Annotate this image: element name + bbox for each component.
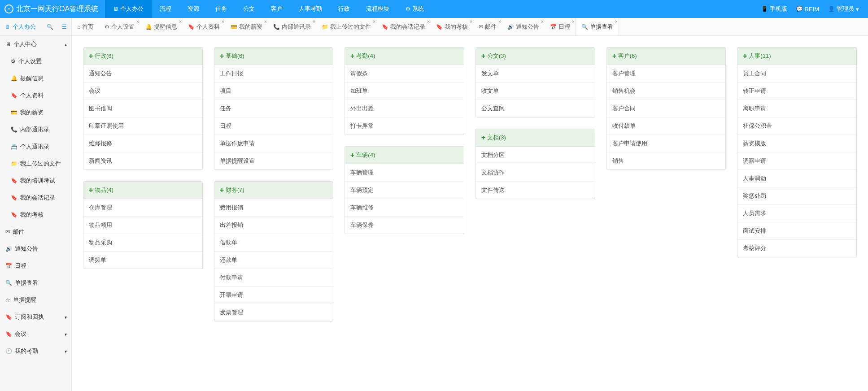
tab-close-button[interactable]: × xyxy=(222,19,224,24)
card-item[interactable]: 付款申请 xyxy=(214,269,333,287)
nav-item-4[interactable]: 公文 xyxy=(235,0,263,18)
tab-12[interactable]: 🔍单据查看× xyxy=(576,18,619,36)
card-item[interactable]: 客户管理 xyxy=(607,65,726,83)
card-item[interactable]: 单据提醒设置 xyxy=(214,152,333,169)
tab-11[interactable]: 📅日程× xyxy=(545,18,576,36)
card-item[interactable]: 客户申请使用 xyxy=(607,135,726,152)
card-header[interactable]: ✚文档(3) xyxy=(476,129,595,147)
card-item[interactable]: 车辆保养 xyxy=(345,217,464,234)
nav-item-9[interactable]: ⚙系统 xyxy=(397,0,432,18)
card-item[interactable]: 客户合同 xyxy=(607,100,726,117)
card-item[interactable]: 转正申请 xyxy=(737,83,856,100)
header-right-1[interactable]: 💬REIM xyxy=(796,6,820,13)
sidebar-group-1[interactable]: ✉邮件 xyxy=(0,223,71,240)
tab-close-button[interactable]: × xyxy=(373,19,375,24)
sidebar-group-6[interactable]: 🔖订阅和回执▾ xyxy=(0,308,71,326)
sidebar-item-0-8[interactable]: 🔖我的会话记录 xyxy=(0,189,71,206)
card-item[interactable]: 发文单 xyxy=(476,65,595,83)
card-item[interactable]: 收付款单 xyxy=(607,117,726,135)
sidebar-group-5[interactable]: ☆单据提醒 xyxy=(0,291,71,308)
tab-close-button[interactable]: × xyxy=(179,19,182,24)
card-header[interactable]: ✚车辆(4) xyxy=(345,147,464,164)
tab-3[interactable]: 🔖个人资料× xyxy=(183,18,225,36)
tab-close-button[interactable]: × xyxy=(572,19,575,24)
sidebar-item-0-3[interactable]: 💳我的薪资 xyxy=(0,104,71,121)
card-header[interactable]: ✚人事(11) xyxy=(737,48,856,65)
card-item[interactable]: 车辆预定 xyxy=(345,182,464,199)
tab-close-button[interactable]: × xyxy=(136,19,139,24)
nav-item-8[interactable]: 流程模块 xyxy=(358,0,397,18)
card-item[interactable]: 物品采购 xyxy=(83,234,202,252)
tab-8[interactable]: 🔖我的考核× xyxy=(431,18,473,36)
tab-close-button[interactable]: × xyxy=(313,19,315,24)
header-right-0[interactable]: 📱手机版 xyxy=(761,5,787,13)
card-item[interactable]: 费用报销 xyxy=(214,199,333,217)
sidebar-item-0-1[interactable]: 🔔提醒信息 xyxy=(0,70,71,87)
card-item[interactable]: 打卡异常 xyxy=(345,117,464,135)
card-item[interactable]: 薪资模版 xyxy=(737,135,856,152)
nav-item-6[interactable]: 人事考勤 xyxy=(291,0,330,18)
card-item[interactable]: 出差报销 xyxy=(214,217,333,234)
sidebar-group-4[interactable]: 🔍单据查看 xyxy=(0,274,71,291)
sidebar-group-7[interactable]: 🔖会议▾ xyxy=(0,326,71,343)
card-header[interactable]: ✚公文(3) xyxy=(476,48,595,65)
tab-6[interactable]: 📁我上传过的文件× xyxy=(316,18,376,36)
sidebar-item-0-6[interactable]: 📁我上传过的文件 xyxy=(0,155,71,172)
sidebar-group-0[interactable]: 🖥个人中心▴ xyxy=(0,36,71,53)
card-item[interactable]: 考核评分 xyxy=(737,240,856,257)
tab-close-button[interactable]: × xyxy=(541,19,544,24)
card-item[interactable]: 离职申请 xyxy=(737,100,856,117)
header-right-2[interactable]: 👤管理员▾ xyxy=(828,5,859,13)
card-item[interactable]: 销售机会 xyxy=(607,83,726,100)
sidebar-search-button[interactable]: 🔍 xyxy=(43,18,57,36)
nav-item-2[interactable]: 资源 xyxy=(179,0,207,18)
card-item[interactable]: 文档协作 xyxy=(476,164,595,182)
sidebar-group-8[interactable]: 🕐我的考勤▾ xyxy=(0,343,71,360)
card-item[interactable]: 人员需求 xyxy=(737,205,856,222)
nav-item-5[interactable]: 客户 xyxy=(263,0,291,18)
card-item[interactable]: 发票管理 xyxy=(214,304,333,321)
tab-1[interactable]: ⚙个人设置× xyxy=(99,18,140,36)
tab-close-button[interactable]: × xyxy=(498,19,501,24)
card-item[interactable]: 加班单 xyxy=(345,83,464,100)
card-item[interactable]: 调薪申请 xyxy=(737,152,856,170)
card-item[interactable]: 文档分区 xyxy=(476,147,595,164)
card-item[interactable]: 车辆维修 xyxy=(345,199,464,217)
card-item[interactable]: 日程 xyxy=(214,117,333,135)
sidebar-item-0-9[interactable]: 🔖我的考核 xyxy=(0,206,71,223)
card-header[interactable]: ✚考勤(4) xyxy=(345,48,464,65)
nav-item-3[interactable]: 任务 xyxy=(207,0,235,18)
sidebar-group-3[interactable]: 📅日程 xyxy=(0,257,71,274)
tab-9[interactable]: ✉邮件× xyxy=(473,18,502,36)
sidebar-item-0-4[interactable]: 📞内部通讯录 xyxy=(0,121,71,138)
card-header[interactable]: ✚基础(6) xyxy=(214,48,333,65)
nav-item-0[interactable]: 🖥个人办公 xyxy=(105,0,152,18)
card-item[interactable]: 工作日报 xyxy=(214,65,333,83)
card-item[interactable]: 还款单 xyxy=(214,252,333,269)
card-item[interactable]: 文件传送 xyxy=(476,182,595,199)
tab-10[interactable]: 🔊通知公告× xyxy=(502,18,545,36)
tab-close-button[interactable]: × xyxy=(615,19,618,24)
card-item[interactable]: 社保公积金 xyxy=(737,117,856,135)
card-item[interactable]: 维修报修 xyxy=(83,135,202,152)
sidebar-item-0-0[interactable]: ⚙个人设置 xyxy=(0,53,71,70)
card-item[interactable]: 通知公告 xyxy=(83,65,202,83)
card-item[interactable]: 面试安排 xyxy=(737,222,856,240)
tab-4[interactable]: 💳我的薪资× xyxy=(225,18,268,36)
card-item[interactable]: 新闻资讯 xyxy=(83,152,202,169)
sidebar-item-0-7[interactable]: 🔖我的培训考试 xyxy=(0,172,71,189)
nav-item-1[interactable]: 流程 xyxy=(152,0,179,18)
card-item[interactable]: 借款单 xyxy=(214,234,333,252)
card-item[interactable]: 外出出差 xyxy=(345,100,464,117)
tab-0[interactable]: ⌂首页 xyxy=(72,18,99,36)
tab-5[interactable]: 📞内部通讯录× xyxy=(268,18,316,36)
card-item[interactable]: 单据作废申请 xyxy=(214,135,333,152)
card-header[interactable]: ✚财务(7) xyxy=(214,182,333,199)
card-item[interactable]: 项目 xyxy=(214,83,333,100)
card-header[interactable]: ✚物品(4) xyxy=(83,182,202,199)
card-header[interactable]: ✚客户(6) xyxy=(607,48,726,65)
tab-close-button[interactable]: × xyxy=(470,19,472,24)
card-item[interactable]: 物品领用 xyxy=(83,217,202,234)
sidebar-item-0-2[interactable]: 🔖个人资料 xyxy=(0,87,71,104)
sidebar-menu-button[interactable]: ☰ xyxy=(57,18,71,36)
